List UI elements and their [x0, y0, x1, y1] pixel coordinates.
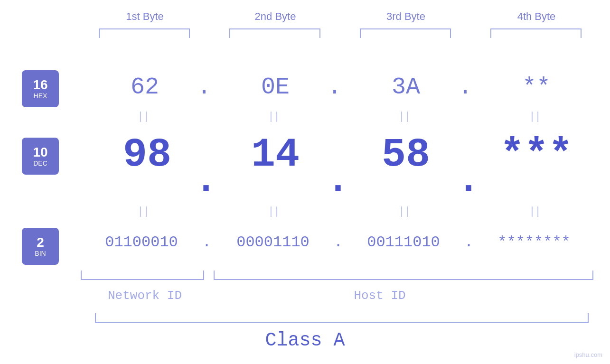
- eq1-3: ||: [358, 109, 453, 122]
- network-id-label: Network ID: [83, 289, 206, 303]
- hex-base-num: 16: [33, 78, 47, 93]
- eq1-4: ||: [489, 109, 584, 122]
- dec-val-3: 58: [349, 132, 463, 178]
- byte2-top-bracket: [229, 28, 320, 38]
- bin-val-4: ********: [472, 233, 596, 251]
- dec-dot-3: .: [457, 159, 480, 202]
- bin-val-2: 00001110: [211, 233, 335, 251]
- dec-base-name: DEC: [33, 159, 47, 167]
- eq2-4: ||: [489, 204, 584, 217]
- byte4-header: 4th Byte: [489, 10, 584, 23]
- byte3-top-bracket: [360, 28, 451, 38]
- hex-dot-3: .: [458, 74, 472, 101]
- bin-base-num: 2: [37, 235, 44, 250]
- eq2-2: ||: [228, 204, 323, 217]
- main-page: 1st Byte 2nd Byte 3rd Byte 4th Byte 16 H…: [0, 0, 610, 364]
- byte2-header: 2nd Byte: [228, 10, 323, 23]
- dec-dot-2: .: [327, 159, 349, 202]
- dec-val-1: 98: [90, 132, 204, 178]
- dec-val-2: 14: [218, 132, 332, 178]
- bin-val-1: 01100010: [80, 233, 203, 251]
- hex-val-3: 3A: [358, 74, 453, 101]
- bin-val-3: 00111010: [342, 233, 465, 251]
- eq2-1: ||: [97, 204, 192, 217]
- hex-base-name: HEX: [34, 92, 47, 100]
- host-id-label: Host ID: [309, 289, 451, 303]
- host-id-bracket: [214, 271, 593, 280]
- dec-base-num: 10: [33, 145, 47, 160]
- class-label: Class A: [0, 330, 610, 351]
- bin-badge: 2 BIN: [22, 228, 59, 265]
- hex-val-4: **: [489, 74, 584, 101]
- byte4-top-bracket: [490, 28, 582, 38]
- hex-dot-2: .: [328, 74, 342, 101]
- hex-badge: 16 HEX: [22, 70, 59, 107]
- bin-base-name: BIN: [35, 250, 46, 257]
- byte1-header: 1st Byte: [97, 10, 192, 23]
- dec-val-4: ***: [479, 132, 593, 178]
- dec-dot-1: .: [195, 159, 217, 202]
- hex-dot-1: .: [197, 74, 211, 101]
- eq1-1: ||: [97, 109, 192, 122]
- watermark: ipshu.com: [574, 351, 602, 358]
- dec-badge: 10 DEC: [22, 138, 59, 175]
- eq2-3: ||: [358, 204, 453, 217]
- hex-val-1: 62: [97, 74, 192, 101]
- class-bracket: [95, 313, 589, 323]
- byte1-top-bracket: [99, 28, 190, 38]
- byte3-header: 3rd Byte: [358, 10, 453, 23]
- network-id-bracket: [81, 271, 204, 280]
- hex-val-2: 0E: [228, 74, 323, 101]
- eq1-2: ||: [228, 109, 323, 122]
- bin-dot-1: .: [202, 233, 211, 251]
